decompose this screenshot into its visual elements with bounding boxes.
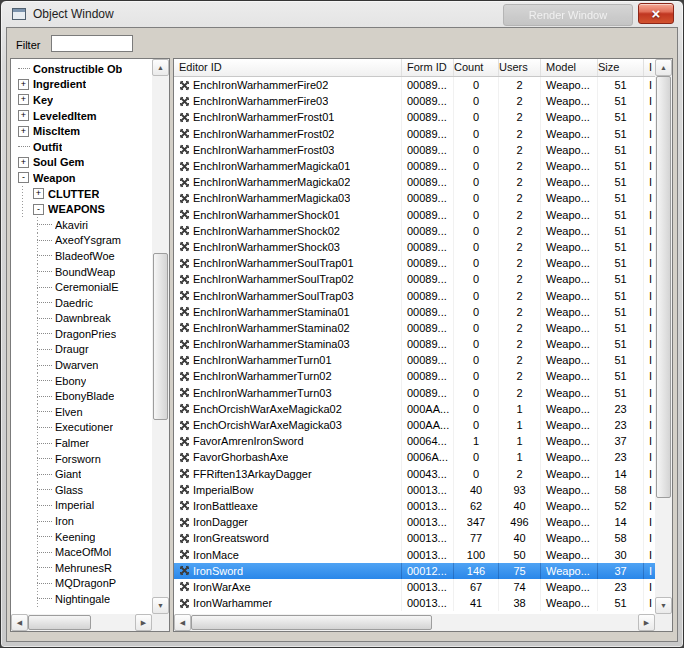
list-scroll-down-button[interactable] (655, 597, 672, 614)
tree-item[interactable]: MaceOfMol (11, 544, 152, 560)
tree-item[interactable]: Nightingale (11, 591, 152, 607)
table-row[interactable]: EnchIronWarhammerStamina01 00089... 0 2 … (174, 304, 655, 320)
tree-expander-icon[interactable]: + (18, 94, 29, 105)
tree-item[interactable]: Daedric (11, 295, 152, 311)
tree-expander-icon[interactable]: + (33, 188, 44, 199)
tree-expander-icon[interactable]: - (33, 204, 44, 215)
table-row[interactable]: EnchOrcishWarAxeMagicka02 000AA... 0 1 W… (174, 401, 655, 417)
filter-input[interactable] (51, 35, 133, 52)
table-row[interactable]: EnchIronWarhammerShock01 00089... 0 2 We… (174, 207, 655, 223)
tree-item[interactable]: + Key (11, 92, 152, 108)
table-row[interactable]: EnchIronWarhammerMagicka03 00089... 0 2 … (174, 190, 655, 206)
tree-item[interactable]: Outfit (11, 139, 152, 155)
table-row[interactable]: IronBattleaxe 00013... 62 40 Weapo... 52… (174, 498, 655, 514)
table-row[interactable]: EnchIronWarhammerShock03 00089... 0 2 We… (174, 239, 655, 255)
table-row[interactable]: EnchIronWarhammerTurn02 00089... 0 2 Wea… (174, 368, 655, 384)
tree-item[interactable]: + LeveledItem (11, 108, 152, 124)
column-header[interactable]: Form ID (402, 59, 454, 76)
column-header[interactable]: Model (541, 59, 598, 76)
tree-item[interactable]: Akaviri (11, 217, 152, 233)
tree-item[interactable]: - WEAPONS (11, 201, 152, 217)
table-row[interactable]: EnchIronWarhammerSoulTrap01 00089... 0 2… (174, 255, 655, 271)
table-row[interactable]: EnchIronWarhammerFrost03 00089... 0 2 We… (174, 142, 655, 158)
tree-item[interactable]: BladeofWoe (11, 248, 152, 264)
table-row[interactable]: EnchIronWarhammerFire02 00089... 0 2 Wea… (174, 77, 655, 93)
list-horizontal-scroll-thumb[interactable] (191, 615, 432, 630)
tree-item[interactable]: Giant (11, 466, 152, 482)
table-row[interactable]: EnchIronWarhammerFrost02 00089... 0 2 We… (174, 126, 655, 142)
tree-item[interactable]: Glass (11, 482, 152, 498)
table-row[interactable]: ImperialBow 00013... 40 93 Weapo... 58 I (174, 482, 655, 498)
tree-item[interactable]: EbonyBlade (11, 388, 152, 404)
column-header[interactable]: Users (499, 59, 541, 76)
tree-item[interactable]: MQDragonP (11, 576, 152, 592)
tree-item[interactable]: Keening (11, 529, 152, 545)
tree-item[interactable]: Falmer (11, 435, 152, 451)
table-row[interactable]: FavorGhorbashAxe 0006A... 0 1 Weapo... 2… (174, 449, 655, 465)
tree-horizontal-scroll-thumb[interactable] (28, 615, 91, 630)
list-scroll-right-button[interactable] (638, 614, 655, 631)
tree-item[interactable]: + CLUTTER (11, 186, 152, 202)
tree-item[interactable]: - Weapon (11, 170, 152, 186)
column-header[interactable]: I (644, 59, 655, 76)
column-header[interactable]: Size (598, 59, 644, 76)
tree-vertical-scrollbar[interactable] (152, 59, 169, 614)
table-row[interactable]: IronDagger 00013... 347 496 Weapo... 14 … (174, 514, 655, 530)
tree-item[interactable]: BoundWeap (11, 264, 152, 280)
table-row[interactable]: IronGreatsword 00013... 77 40 Weapo... 5… (174, 530, 655, 546)
tree-item[interactable]: Executioner (11, 420, 152, 436)
table-row[interactable]: IronSword 00012... 146 75 Weapo... 37 I (174, 563, 655, 579)
tree-expander-icon[interactable]: - (18, 172, 29, 183)
tree-item[interactable]: Constructible Ob (11, 61, 152, 77)
tree-item[interactable]: Forsworn (11, 451, 152, 467)
tree-item[interactable]: DragonPries (11, 326, 152, 342)
tree-expander-icon[interactable]: + (18, 79, 29, 90)
tree-item[interactable]: Dawnbreak (11, 311, 152, 327)
tree-vertical-scroll-thumb[interactable] (153, 253, 168, 420)
tree-item[interactable]: + Ingredient (11, 77, 152, 93)
tree-item[interactable]: Elven (11, 404, 152, 420)
close-button[interactable] (638, 3, 674, 24)
tree-item[interactable]: Draugr (11, 342, 152, 358)
column-header[interactable]: Count (454, 59, 499, 76)
tree-item[interactable]: + MiscItem (11, 123, 152, 139)
list-vertical-scroll-thumb[interactable] (656, 76, 671, 498)
list-scroll-left-button[interactable] (174, 614, 191, 631)
table-row[interactable]: EnchIronWarhammerFire03 00089... 0 2 Wea… (174, 93, 655, 109)
tree-scroll-left-button[interactable] (11, 614, 28, 631)
table-row[interactable]: EnchIronWarhammerSoulTrap03 00089... 0 2… (174, 287, 655, 303)
tree-scroll-right-button[interactable] (135, 614, 152, 631)
tree-expander-icon[interactable]: + (18, 157, 29, 168)
list-scroll-up-button[interactable] (655, 59, 672, 76)
tree-item[interactable]: Imperial (11, 498, 152, 514)
list-horizontal-scrollbar[interactable] (174, 614, 655, 631)
column-header[interactable]: Editor ID (174, 59, 402, 76)
table-row[interactable]: IronWarhammer 00013... 41 38 Weapo... 51… (174, 595, 655, 611)
table-row[interactable]: EnchOrcishWarAxeMagicka03 000AA... 0 1 W… (174, 417, 655, 433)
table-row[interactable]: IronWarAxe 00013... 67 74 Weapo... 23 I (174, 579, 655, 595)
tree-item[interactable]: CeremonialE (11, 279, 152, 295)
table-row[interactable]: EnchIronWarhammerStamina02 00089... 0 2 … (174, 320, 655, 336)
list-vertical-scrollbar[interactable] (655, 59, 672, 614)
titlebar[interactable]: Render Window Object Window (1, 1, 683, 27)
table-row[interactable]: EnchIronWarhammerTurn03 00089... 0 2 Wea… (174, 385, 655, 401)
table-row[interactable]: FFRiften13ArkayDagger 00043... 0 2 Weapo… (174, 466, 655, 482)
tree-item[interactable]: Dwarven (11, 357, 152, 373)
table-row[interactable]: EnchIronWarhammerTurn01 00089... 0 2 Wea… (174, 352, 655, 368)
tree-scroll-down-button[interactable] (152, 597, 169, 614)
tree-item[interactable]: Ebony (11, 373, 152, 389)
tree-horizontal-scrollbar[interactable] (11, 614, 152, 631)
table-row[interactable]: IronMace 00013... 100 50 Weapo... 30 I (174, 546, 655, 562)
tree-expander-icon[interactable]: + (18, 110, 29, 121)
table-row[interactable]: EnchIronWarhammerMagicka01 00089... 0 2 … (174, 158, 655, 174)
tree-item[interactable]: AxeofYsgram (11, 233, 152, 249)
tree-expander-icon[interactable]: + (18, 126, 29, 137)
tree-item[interactable]: MehrunesR (11, 560, 152, 576)
tree-item[interactable]: + Soul Gem (11, 155, 152, 171)
table-row[interactable]: EnchIronWarhammerSoulTrap02 00089... 0 2… (174, 271, 655, 287)
table-row[interactable]: EnchIronWarhammerStamina03 00089... 0 2 … (174, 336, 655, 352)
table-row[interactable]: EnchIronWarhammerShock02 00089... 0 2 We… (174, 223, 655, 239)
table-row[interactable]: EnchIronWarhammerFrost01 00089... 0 2 We… (174, 109, 655, 125)
tree-item[interactable]: Iron (11, 513, 152, 529)
tree-scroll-up-button[interactable] (152, 59, 169, 76)
